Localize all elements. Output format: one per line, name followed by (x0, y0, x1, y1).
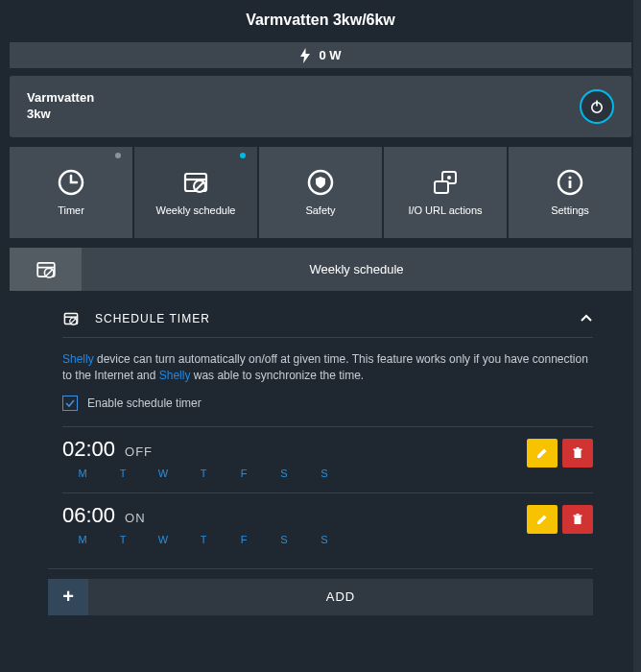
power-icon (589, 99, 605, 114)
svg-point-12 (568, 176, 571, 179)
svg-rect-23 (574, 448, 582, 450)
checkbox-icon (62, 396, 78, 411)
tab-row: Timer Weekly schedule Safety I/O URL act… (10, 147, 631, 238)
svg-rect-26 (574, 515, 582, 516)
status-dot-icon (240, 153, 246, 158)
section-icon-block (10, 248, 82, 291)
calendar-icon (181, 168, 210, 197)
plus-icon: + (48, 579, 88, 615)
schedule-item: 02:00 OFF M T W T F S S (62, 426, 593, 492)
checkbox-label: Enable schedule timer (87, 396, 202, 410)
day-s2[interactable]: S (304, 534, 344, 545)
pencil-icon (535, 513, 549, 526)
svg-rect-9 (435, 181, 448, 193)
tab-timer[interactable]: Timer (10, 147, 132, 238)
tab-safety[interactable]: Safety (259, 147, 382, 238)
section-header: Weekly schedule (10, 248, 631, 291)
subsection-label: SCHEDULE TIMER (95, 312, 210, 325)
svg-rect-1 (596, 101, 598, 107)
delete-button[interactable] (562, 505, 593, 534)
tab-label: Settings (551, 204, 589, 217)
delete-button[interactable] (562, 439, 593, 468)
day-t[interactable]: T (103, 534, 143, 545)
tab-io-url-actions[interactable]: I/O URL actions (384, 147, 507, 238)
day-t2[interactable]: T (183, 468, 224, 479)
add-label: ADD (88, 579, 593, 615)
day-s[interactable]: S (264, 534, 304, 545)
svg-point-10 (447, 176, 451, 180)
day-s2[interactable]: S (304, 468, 344, 479)
status-dot-icon (115, 153, 121, 158)
tab-weekly-schedule[interactable]: Weekly schedule (134, 147, 257, 238)
schedule-time: 06:00 ON (62, 503, 344, 528)
tab-settings[interactable]: Settings (509, 147, 631, 238)
bolt-icon (299, 48, 311, 63)
device-name-line2: 3kw (27, 107, 94, 123)
clock-icon (57, 168, 85, 197)
svg-rect-24 (577, 447, 580, 449)
tab-label: Safety (305, 204, 335, 217)
info-icon (556, 168, 584, 197)
schedule-time: 02:00 OFF (62, 437, 344, 462)
calendar-icon (62, 310, 80, 327)
days-row: M T W T F S S (62, 534, 344, 545)
power-watts: 0 W (319, 48, 341, 62)
edit-button[interactable] (527, 505, 558, 534)
enable-schedule-checkbox-row[interactable]: Enable schedule timer (62, 396, 593, 411)
tab-label: Timer (58, 204, 84, 217)
device-name: Varmvatten 3kw (27, 90, 94, 123)
scrollbar-track[interactable] (633, 0, 641, 672)
svg-rect-13 (569, 180, 572, 188)
time-value: 06:00 (62, 503, 115, 528)
day-m[interactable]: M (62, 534, 103, 545)
tab-label: I/O URL actions (408, 204, 482, 217)
device-name-line1: Varmvatten (27, 90, 94, 107)
chevron-up-icon (580, 312, 593, 325)
day-m[interactable]: M (62, 468, 103, 479)
day-t2[interactable]: T (183, 534, 224, 545)
time-value: 02:00 (62, 437, 115, 462)
device-card: Varmvatten 3kw (10, 76, 631, 137)
days-row: M T W T F S S (62, 468, 344, 479)
schedule-description: Shelly device can turn automatically on/… (62, 351, 593, 384)
trash-icon (571, 446, 584, 460)
shelly-link[interactable]: Shelly (62, 352, 94, 366)
schedule-state: ON (125, 511, 146, 525)
io-icon (431, 168, 460, 197)
schedule-timer-header[interactable]: SCHEDULE TIMER (62, 297, 593, 338)
schedule-state: OFF (125, 444, 153, 459)
svg-rect-27 (577, 514, 580, 516)
page-title: Varmvatten 3kw/6kw (10, 12, 631, 29)
day-f[interactable]: F (224, 534, 264, 545)
power-consumption-bar: 0 W (10, 42, 631, 68)
calendar-icon (35, 258, 58, 281)
add-schedule-row[interactable]: + ADD (48, 568, 593, 615)
pencil-icon (535, 446, 549, 460)
day-w[interactable]: W (143, 468, 183, 479)
day-w[interactable]: W (143, 534, 183, 545)
svg-rect-25 (575, 516, 582, 524)
schedule-item: 06:00 ON M T W T F S S (62, 492, 593, 559)
trash-icon (571, 513, 584, 526)
day-s[interactable]: S (264, 468, 304, 479)
edit-button[interactable] (527, 439, 558, 468)
svg-rect-22 (575, 450, 582, 458)
day-f[interactable]: F (224, 468, 264, 479)
shelly-link[interactable]: Shelly (159, 369, 191, 382)
section-label: Weekly schedule (82, 262, 631, 276)
shield-icon (306, 168, 335, 197)
day-t[interactable]: T (103, 468, 143, 479)
power-toggle-button[interactable] (580, 89, 614, 124)
tab-label: Weekly schedule (156, 204, 236, 217)
desc-text: was able to synchronize the time. (190, 369, 364, 382)
